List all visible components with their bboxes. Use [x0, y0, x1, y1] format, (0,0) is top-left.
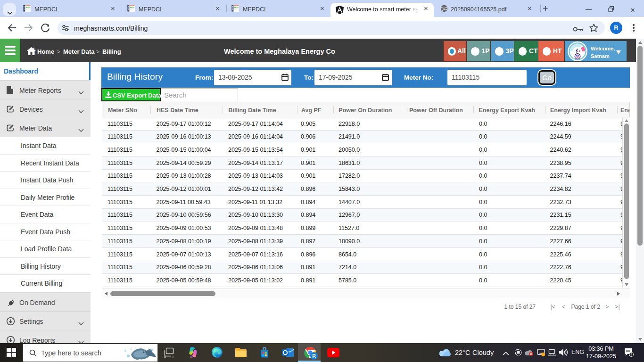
- svg-text:3: 3: [630, 353, 632, 356]
